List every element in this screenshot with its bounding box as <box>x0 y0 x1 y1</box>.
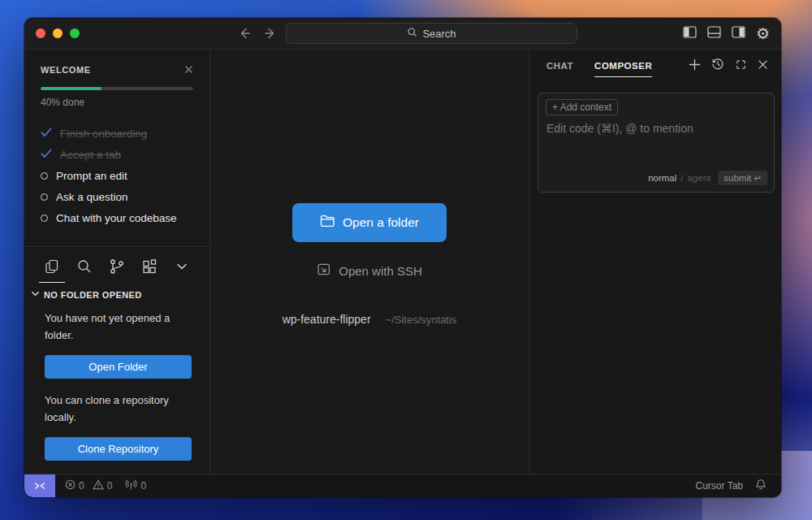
editor-empty-state: Open a folder Open with SSH wp-feature-f… <box>210 50 529 474</box>
folder-icon <box>320 214 335 231</box>
window-content: WELCOME 40% done Finish onboarding <box>24 49 781 474</box>
search-sidebar-icon[interactable] <box>68 252 101 281</box>
welcome-progress-label: 40% done <box>41 97 193 108</box>
circle-icon <box>41 172 48 180</box>
minimize-window-button[interactable] <box>53 28 63 38</box>
chat-panel-actions <box>689 58 768 74</box>
forward-arrow-icon[interactable] <box>263 26 278 41</box>
checklist-label: Ask a question <box>56 191 128 203</box>
welcome-progress-bar <box>41 87 193 90</box>
checklist-item-prompt-an-edit[interactable]: Prompt an edit <box>41 165 193 186</box>
recent-project-item[interactable]: wp-feature-flipper ~/Sites/syntatis <box>283 313 457 326</box>
composer-placeholder: Edit code (⌘I), @ to mention <box>546 122 693 135</box>
broadcast-tower-icon <box>125 479 137 492</box>
warning-icon <box>93 479 104 492</box>
remote-indicator-button[interactable] <box>24 474 55 497</box>
toggle-bottom-panel-icon[interactable] <box>707 26 721 41</box>
explorer-body: You have not yet opened a folder. Open F… <box>24 300 209 474</box>
problems-indicator[interactable]: 0 0 <box>65 479 117 492</box>
check-icon <box>41 149 52 161</box>
welcome-progress-fill <box>41 87 102 90</box>
check-icon <box>41 128 52 140</box>
explorer-icon[interactable] <box>36 252 68 281</box>
mode-agent-toggle[interactable]: agent <box>688 173 711 183</box>
recent-project-path: ~/Sites/syntatis <box>386 314 457 326</box>
activity-bar <box>24 252 209 281</box>
tab-composer[interactable]: COMPOSER <box>594 51 652 80</box>
add-context-chip[interactable]: + Add context <box>546 99 618 115</box>
search-label: Search <box>422 28 456 40</box>
ssh-remote-icon <box>317 262 330 279</box>
chat-panel-header: CHAT COMPOSER <box>529 50 781 82</box>
submit-button[interactable]: submit ↵ <box>718 171 767 185</box>
welcome-checklist: Finish onboarding Accept a tab Prompt an… <box>41 123 193 228</box>
close-window-button[interactable] <box>36 28 45 38</box>
mode-normal-toggle[interactable]: normal <box>648 173 676 183</box>
circle-icon <box>41 193 48 201</box>
sidebar: WELCOME 40% done Finish onboarding <box>24 50 210 474</box>
welcome-panel: WELCOME 40% done Finish onboarding <box>24 50 209 247</box>
extensions-icon[interactable] <box>133 252 166 281</box>
statusbar-right: Cursor Tab <box>696 479 781 493</box>
composer-footer: normal / agent submit ↵ <box>648 171 767 185</box>
titlebar: Search ⚙ <box>24 18 781 49</box>
statusbar: 0 0 0 Cursor Tab <box>24 474 781 497</box>
welcome-close-icon[interactable] <box>184 63 193 77</box>
checklist-label: Prompt an edit <box>56 170 127 182</box>
toggle-left-panel-icon[interactable] <box>683 26 697 41</box>
checklist-label: Accept a tab <box>60 149 121 161</box>
no-folder-section-header[interactable]: NO FOLDER OPENED <box>24 281 209 300</box>
checklist-item-finish-onboarding[interactable]: Finish onboarding <box>41 123 193 144</box>
circle-icon <box>41 214 48 222</box>
bell-icon[interactable] <box>755 479 767 493</box>
search-icon <box>407 27 417 40</box>
error-count: 0 <box>79 480 84 492</box>
history-nav <box>237 26 278 41</box>
open-with-ssh-label: Open with SSH <box>339 264 422 278</box>
welcome-title: WELCOME <box>41 65 91 75</box>
ports-count: 0 <box>140 480 146 492</box>
warning-count: 0 <box>107 480 113 492</box>
source-control-icon[interactable] <box>101 252 133 281</box>
back-arrow-icon[interactable] <box>237 26 252 41</box>
search-input[interactable]: Search <box>286 23 577 44</box>
recent-project-name: wp-feature-flipper <box>283 313 371 326</box>
maximize-window-button[interactable] <box>70 28 80 38</box>
clone-repo-text: You can clone a repository locally. <box>45 392 192 426</box>
checklist-label: Finish onboarding <box>60 128 147 140</box>
composer-input-box[interactable]: + Add context Edit code (⌘I), @ to menti… <box>538 93 775 193</box>
sidebar-divider <box>24 246 209 247</box>
new-chat-plus-icon[interactable] <box>689 58 701 74</box>
checklist-item-accept-a-tab[interactable]: Accept a tab <box>41 144 193 165</box>
gear-icon[interactable]: ⚙ <box>756 26 770 41</box>
titlebar-actions: ⚙ <box>683 18 770 49</box>
section-chevron-icon <box>31 289 40 300</box>
history-icon[interactable] <box>711 58 724 74</box>
checklist-item-chat-with-codebase[interactable]: Chat with your codebase <box>41 207 193 228</box>
traffic-lights <box>36 28 80 38</box>
open-a-folder-button[interactable]: Open a folder <box>292 203 447 242</box>
checklist-label: Chat with your codebase <box>56 212 177 224</box>
open-folder-button[interactable]: Open Folder <box>45 355 192 379</box>
open-a-folder-label: Open a folder <box>343 215 419 230</box>
chevron-down-icon[interactable] <box>166 252 198 281</box>
toggle-right-panel-icon[interactable] <box>732 26 745 41</box>
cursor-window: Search ⚙ WELCOME <box>24 18 781 497</box>
ports-indicator[interactable]: 0 <box>125 479 146 492</box>
tab-chat[interactable]: CHAT <box>546 51 573 80</box>
error-icon <box>65 479 76 492</box>
open-with-ssh[interactable]: Open with SSH <box>317 262 422 279</box>
expand-icon[interactable] <box>735 58 747 74</box>
clone-repository-button[interactable]: Clone Repository <box>45 437 192 461</box>
cursor-tab-status[interactable]: Cursor Tab <box>696 480 743 492</box>
mode-separator: / <box>680 173 683 183</box>
chat-panel: CHAT COMPOSER <box>529 50 781 474</box>
no-folder-text: You have not yet opened a folder. <box>45 310 192 344</box>
close-panel-icon[interactable] <box>758 58 768 73</box>
section-title: NO FOLDER OPENED <box>44 290 142 300</box>
checklist-item-ask-a-question[interactable]: Ask a question <box>41 186 193 207</box>
